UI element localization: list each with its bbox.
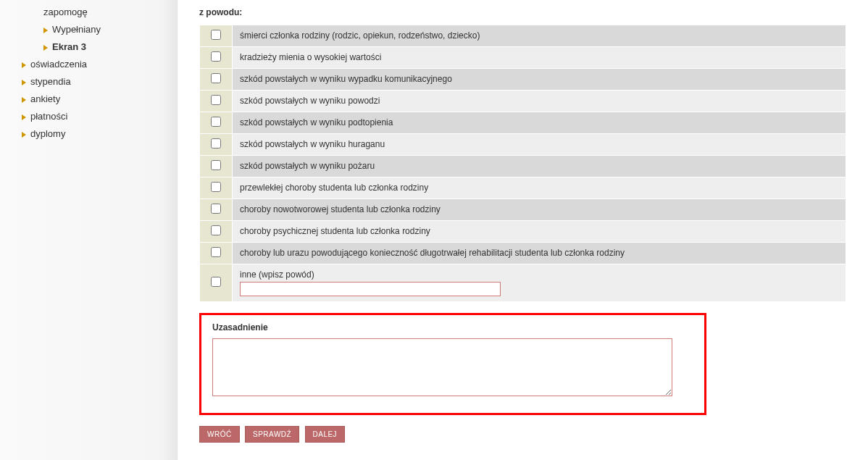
table-row: szkód powstałych w wyniku podtopienia (200, 112, 846, 134)
arrow-right-icon (22, 62, 26, 68)
table-row: śmierci członka rodziny (rodzic, opiekun… (200, 25, 846, 47)
sidebar-item-label: stypendia (30, 75, 71, 89)
table-row: inne (wpisz powód) (200, 264, 846, 302)
justification-textarea[interactable] (212, 338, 672, 396)
reason-label: śmierci członka rodziny (rodzic, opiekun… (233, 25, 846, 47)
reason-other-label: inne (wpisz powód) (240, 269, 838, 280)
checkbox-cell (200, 177, 233, 199)
reason-label: choroby psychicznej studenta lub członka… (233, 221, 846, 243)
sidebar-item-label: ankiety (30, 92, 60, 106)
sidebar-item-zapomoge[interactable]: zapomogę (0, 4, 177, 21)
checkbox-cell (200, 25, 233, 47)
reason-other-cell: inne (wpisz powód) (233, 264, 846, 302)
checkbox-cell (200, 91, 233, 112)
sidebar-item-ekran3[interactable]: Ekran 3 (0, 38, 177, 56)
sidebar-item-wypelniany[interactable]: Wypełniany (0, 21, 177, 38)
reason-other-checkbox[interactable] (211, 277, 221, 287)
checkbox-cell (200, 199, 233, 221)
sidebar-item-platnosci[interactable]: płatności (0, 108, 177, 125)
justification-title: Uzasadnienie (212, 322, 693, 333)
reason-label: kradzieży mienia o wysokiej wartości (233, 47, 846, 69)
arrow-right-icon (22, 80, 26, 85)
reason-other-input[interactable] (240, 282, 501, 296)
checkbox-cell (200, 69, 233, 91)
reason-checkbox[interactable] (211, 51, 221, 62)
back-button[interactable]: WRÓĆ (199, 426, 240, 443)
reasons-table: śmierci członka rodziny (rodzic, opiekun… (199, 25, 846, 302)
reason-checkbox[interactable] (211, 247, 221, 257)
reason-label: przewlekłej choroby studenta lub członka… (233, 177, 846, 199)
reason-label: szkód powstałych w wyniku wypadku komuni… (233, 69, 846, 91)
checkbox-cell (200, 221, 233, 243)
sidebar-item-label: zapomogę (43, 5, 88, 20)
reason-label: szkód powstałych w wyniku pożaru (233, 156, 846, 177)
arrow-right-icon (43, 28, 48, 33)
sidebar-item-label: dyplomy (30, 127, 65, 141)
table-row: przewlekłej choroby studenta lub członka… (200, 177, 846, 199)
reason-label: choroby lub urazu powodującego konieczno… (233, 243, 846, 264)
sidebar-item-ankiety[interactable]: ankiety (0, 91, 177, 108)
table-row: choroby lub urazu powodującego konieczno… (200, 243, 846, 264)
reason-checkbox[interactable] (211, 204, 221, 214)
sidebar-item-label: oświadczenia (30, 57, 87, 72)
reason-section-label: z powodu: (199, 7, 846, 17)
sidebar-item-stypendia[interactable]: stypendia (0, 73, 177, 91)
arrow-right-icon (22, 97, 26, 103)
reason-label: szkód powstałych w wyniku huraganu (233, 134, 846, 156)
arrow-right-icon (43, 45, 48, 51)
arrow-right-icon (22, 132, 26, 138)
checkbox-cell (200, 264, 233, 302)
reason-checkbox[interactable] (211, 30, 221, 40)
next-button[interactable]: DALEJ (305, 426, 346, 443)
sidebar-item-oswiadczenia[interactable]: oświadczenia (0, 56, 177, 73)
table-row: szkód powstałych w wyniku pożaru (200, 156, 846, 177)
justification-box: Uzasadnienie (199, 313, 706, 415)
main-content: z powodu: śmierci członka rodziny (rodzi… (178, 0, 868, 460)
table-row: szkód powstałych w wyniku powodzi (200, 91, 846, 112)
checkbox-cell (200, 243, 233, 264)
sidebar-item-dyplomy[interactable]: dyplomy (0, 125, 177, 143)
reason-label: szkód powstałych w wyniku powodzi (233, 91, 846, 112)
arrow-right-icon (22, 114, 26, 120)
reason-checkbox[interactable] (211, 73, 221, 83)
checkbox-cell (200, 112, 233, 134)
reason-label: szkód powstałych w wyniku podtopienia (233, 112, 846, 134)
sidebar-item-label: Ekran 3 (52, 40, 86, 54)
sidebar-list: zapomogę Wypełniany Ekran 3 oświadczenia… (0, 4, 177, 143)
reason-checkbox[interactable] (211, 117, 221, 127)
sidebar-item-label: płatności (30, 109, 67, 124)
sidebar: zapomogę Wypełniany Ekran 3 oświadczenia… (0, 0, 178, 460)
button-row: WRÓĆ SPRAWDŹ DALEJ (199, 426, 846, 443)
checkbox-cell (200, 134, 233, 156)
reason-checkbox[interactable] (211, 95, 221, 105)
reason-checkbox[interactable] (211, 182, 221, 192)
sidebar-item-label: Wypełniany (52, 22, 101, 37)
reason-label: choroby nowotworowej studenta lub członk… (233, 199, 846, 221)
checkbox-cell (200, 156, 233, 177)
check-button[interactable]: SPRAWDŹ (245, 426, 299, 443)
table-row: choroby nowotworowej studenta lub członk… (200, 199, 846, 221)
reason-checkbox[interactable] (211, 160, 221, 170)
reason-checkbox[interactable] (211, 138, 221, 149)
reason-checkbox[interactable] (211, 225, 221, 235)
table-row: szkód powstałych w wyniku wypadku komuni… (200, 69, 846, 91)
table-row: choroby psychicznej studenta lub członka… (200, 221, 846, 243)
table-row: kradzieży mienia o wysokiej wartości (200, 47, 846, 69)
table-row: szkód powstałych w wyniku huraganu (200, 134, 846, 156)
checkbox-cell (200, 47, 233, 69)
